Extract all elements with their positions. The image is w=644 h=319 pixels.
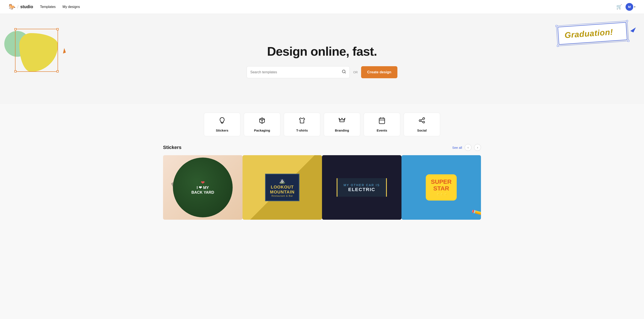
nav-templates-link[interactable]: Templates — [40, 5, 56, 9]
handle-tl — [14, 28, 16, 30]
svg-rect-2 — [379, 118, 385, 124]
navbar: 🐎 / studio Templates My designs 🛒 M ▾ — [0, 0, 644, 14]
svg-line-1 — [345, 73, 346, 73]
packaging-label: Packaging — [254, 129, 270, 132]
sticker-1-circle: ❤ I ❤ MYBACK YARD — [173, 158, 233, 217]
sticker-selection-demo — [13, 27, 64, 78]
hero-search-row: OR Create design — [246, 66, 397, 78]
social-icon — [418, 117, 426, 126]
sticker-card-1[interactable]: ✒️ ❤ I ❤ MYBACK YARD — [163, 155, 242, 220]
sticker-image-3: MY OTHER CAR IS ELECTRIC — [322, 155, 402, 220]
category-events[interactable]: Events — [364, 113, 400, 136]
prev-arrow-button[interactable]: ‹ — [465, 144, 472, 151]
see-all-link[interactable]: See all — [452, 146, 462, 149]
pencil-decoration: ✏️ — [471, 205, 481, 220]
sticker-card-4[interactable]: SUPERSTAR ⭐⭐⭐ ✏️ — [402, 155, 481, 220]
stickers-section: Stickers See all ‹ › ✒️ ❤ I ❤ MYBACK YAR… — [150, 141, 494, 220]
hero-section: Graduation! Design online, fast. OR Crea… — [0, 14, 644, 104]
grad-handle-br — [628, 40, 630, 42]
social-label: Social — [417, 129, 426, 132]
selection-box — [15, 29, 58, 72]
deco-right: Graduation! — [558, 25, 627, 72]
avatar: M — [626, 3, 633, 11]
cart-icon[interactable]: 🛒 — [616, 4, 622, 10]
handle-bl — [14, 70, 16, 73]
section-header-right: See all ‹ › — [452, 144, 481, 151]
cursor-arrow — [62, 48, 66, 53]
stickers-icon — [218, 117, 226, 126]
sticker-image-2: ⛰️ LOOKOUTMOUNTAIN Restaurant & Bar — [242, 155, 322, 220]
section-header: Stickers See all ‹ › — [163, 144, 481, 151]
sticker-card-2[interactable]: ⛰️ LOOKOUTMOUNTAIN Restaurant & Bar — [242, 155, 322, 220]
nav-my-designs-link[interactable]: My designs — [62, 5, 80, 9]
sticker-2-title: LOOKOUTMOUNTAIN — [270, 185, 294, 195]
search-icon — [342, 70, 346, 74]
section-title: Stickers — [163, 145, 182, 150]
nav-right: 🛒 M ▾ — [616, 3, 636, 11]
category-tshirts[interactable]: T-shirts — [284, 113, 320, 136]
tshirts-icon — [298, 117, 306, 126]
next-arrow-button[interactable]: › — [474, 144, 481, 151]
sticker-3-sub-top: MY OTHER CAR IS — [344, 183, 380, 187]
logo-text: studio — [20, 4, 33, 9]
sticker-3-main: ELECTRIC — [344, 187, 380, 192]
sticker-2-mountain: ⛰️ — [279, 178, 286, 184]
sticker-2-box: ⛰️ LOOKOUTMOUNTAIN Restaurant & Bar — [265, 174, 300, 201]
category-branding[interactable]: Branding — [324, 113, 360, 136]
grad-handle-tl — [556, 25, 558, 27]
sticker-image-4: SUPERSTAR ⭐⭐⭐ ✏️ — [402, 155, 481, 220]
sticker-3-inner: MY OTHER CAR IS ELECTRIC — [336, 178, 387, 197]
or-label: OR — [353, 71, 358, 74]
stickers-grid: ✒️ ❤ I ❤ MYBACK YARD ⛰️ LOOKOUTMOUNTAIN … — [163, 155, 481, 220]
chevron-down-icon: ▾ — [634, 5, 636, 9]
search-input[interactable] — [250, 70, 342, 74]
sticker-4-card: SUPERSTAR ⭐⭐⭐ — [426, 174, 457, 201]
sticker-2-subtitle: Restaurant & Bar — [272, 195, 293, 197]
categories-row: Stickers Packaging T-shirts Branding — [0, 104, 644, 141]
grad-cursor-arrow — [630, 26, 636, 33]
branding-label: Branding — [335, 129, 349, 132]
category-social[interactable]: Social — [404, 113, 440, 136]
tshirts-label: T-shirts — [296, 129, 308, 132]
handle-br — [56, 70, 59, 73]
search-box — [246, 66, 350, 78]
sticker-card-3[interactable]: MY OTHER CAR IS ELECTRIC — [322, 155, 402, 220]
sticker-1-text: I ❤ MYBACK YARD — [192, 185, 214, 195]
logo-horse-icon: 🐎 — [8, 4, 16, 10]
sticker-image-1: ✒️ ❤ I ❤ MYBACK YARD — [163, 155, 242, 220]
user-menu[interactable]: M ▾ — [626, 3, 636, 11]
search-button[interactable] — [342, 70, 346, 75]
logo[interactable]: 🐎 / studio — [8, 4, 33, 10]
events-label: Events — [376, 129, 387, 132]
graduation-card: Graduation! — [558, 22, 627, 45]
category-stickers[interactable]: Stickers — [204, 113, 240, 136]
grad-handle-bl — [557, 45, 559, 47]
branding-icon — [338, 117, 346, 126]
sticker-4-stars: ⭐⭐⭐ — [436, 193, 447, 196]
grad-selection-box — [556, 21, 629, 46]
nav-left: 🐎 / studio Templates My designs — [8, 4, 80, 10]
sticker-1-heart: ❤ — [201, 180, 205, 185]
packaging-icon — [258, 117, 266, 126]
svg-line-7 — [421, 119, 423, 120]
grad-handle-tr — [626, 20, 628, 22]
sticker-4-text: SUPERSTAR — [431, 179, 452, 192]
stickers-label: Stickers — [216, 129, 228, 132]
category-packaging[interactable]: Packaging — [244, 113, 280, 136]
hero-title: Design online, fast. — [267, 44, 377, 59]
handle-tr — [56, 28, 59, 30]
create-design-button[interactable]: Create design — [361, 66, 397, 78]
deco-left — [13, 27, 73, 87]
events-icon — [378, 117, 386, 126]
pink-blob — [603, 55, 633, 76]
